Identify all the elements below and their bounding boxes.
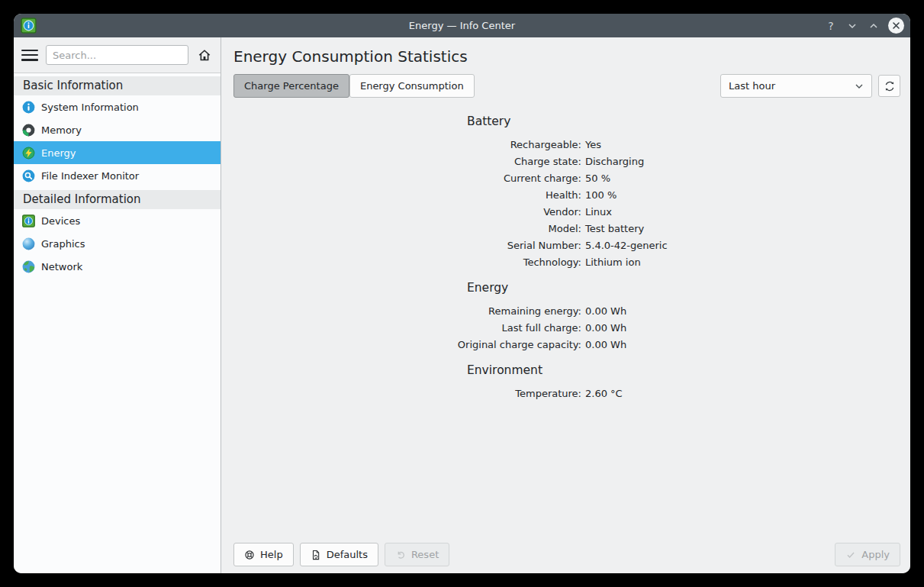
view-button-energy-consumption[interactable]: Energy Consumption [349, 74, 475, 98]
apply-button-label: Apply [861, 549, 890, 560]
home-icon [197, 47, 212, 63]
detail-value: 100 % [585, 187, 898, 204]
devices-icon [22, 214, 35, 227]
refresh-button[interactable] [878, 75, 900, 97]
detail-grid-battery: Rechargeable:YesCharge state:Discharging… [233, 137, 898, 271]
sidebar-section-header-basic-information: Basic Information [14, 76, 221, 95]
reset-button[interactable]: Reset [385, 543, 449, 566]
detail-grid-environment: Temperature:2.60 °C [233, 385, 898, 402]
window-body: Basic InformationSystem InformationMemor… [14, 37, 910, 573]
undo-icon [395, 550, 406, 560]
detail-value: 5.4.0-42-generic [585, 237, 898, 254]
sidebar-list: Basic InformationSystem InformationMemor… [14, 73, 221, 573]
chevron-up-icon [869, 23, 878, 29]
home-button[interactable] [196, 47, 213, 63]
section-title-battery: Battery [467, 114, 898, 128]
info-icon [22, 101, 35, 114]
window: Energy — Info Center ? Basic Inform [14, 14, 910, 573]
detail-label: Serial Number: [233, 237, 581, 254]
window-title: Energy — Info Center [14, 20, 910, 31]
sidebar-item-devices[interactable]: Devices [14, 209, 221, 232]
sidebar-item-label: Memory [41, 124, 82, 136]
maximize-button[interactable] [867, 19, 881, 33]
section-title-energy: Energy [467, 281, 898, 295]
detail-label: Temperature: [233, 385, 581, 402]
sidebar-item-label: Graphics [41, 238, 85, 250]
titlebar[interactable]: Energy — Info Center ? [14, 14, 910, 37]
detail-value: Yes [585, 137, 898, 153]
sidebar-item-label: File Indexer Monitor [41, 170, 139, 182]
document-revert-icon [311, 550, 321, 560]
file-indexer-icon [22, 169, 35, 182]
detail-label: Remaining energy: [233, 303, 581, 320]
help-icon [244, 550, 255, 560]
page-title: Energy Consumption Statistics [233, 47, 898, 66]
timespan-select-value: Last hour [729, 80, 775, 92]
content-toolbar: Charge PercentageEnergy Consumption Last… [233, 74, 900, 98]
close-button[interactable] [888, 18, 904, 34]
sidebar-item-energy[interactable]: Energy [14, 141, 221, 164]
sidebar-item-file-indexer-monitor[interactable]: File Indexer Monitor [14, 164, 221, 187]
close-icon [892, 21, 900, 30]
section-title-environment: Environment [467, 363, 898, 377]
reset-button-label: Reset [411, 549, 439, 560]
info-center-app-icon [21, 18, 37, 34]
defaults-button[interactable]: Defaults [300, 543, 378, 566]
view-button-charge-percentage[interactable]: Charge Percentage [233, 74, 349, 98]
help-button-label: Help [260, 549, 283, 560]
help-button[interactable]: Help [233, 543, 294, 566]
refresh-icon [884, 80, 896, 92]
detail-area: BatteryRechargeable:YesCharge state:Disc… [221, 98, 910, 543]
detail-value: 50 % [585, 170, 898, 187]
sidebar-toolbar [14, 37, 221, 73]
timespan-select[interactable]: Last hour [720, 74, 872, 98]
checkmark-icon [845, 550, 856, 560]
detail-value: Test battery [585, 221, 898, 237]
detail-label: Technology: [233, 254, 581, 271]
network-icon [22, 260, 35, 273]
sidebar-item-label: Network [41, 261, 82, 273]
detail-label: Health: [233, 187, 581, 204]
detail-label: Last full charge: [233, 320, 581, 337]
graphics-icon [22, 237, 35, 250]
detail-label: Vendor: [233, 204, 581, 221]
detail-label: Charge state: [233, 153, 581, 170]
detail-value: Lithium ion [585, 254, 898, 271]
sidebar-item-label: Devices [41, 215, 80, 227]
footer: Help Defaults Reset Apply [221, 543, 910, 573]
detail-grid-energy: Remaining energy:0.00 WhLast full charge… [233, 303, 898, 353]
sidebar-item-network[interactable]: Network [14, 255, 221, 278]
detail-value: 0.00 Wh [585, 303, 898, 320]
sidebar-item-system-information[interactable]: System Information [14, 95, 221, 118]
menu-icon[interactable] [21, 50, 38, 61]
detail-value: 2.60 °C [585, 385, 898, 402]
detail-value: Discharging [585, 153, 898, 170]
detail-value: 0.00 Wh [585, 320, 898, 337]
detail-label: Rechargeable: [233, 137, 581, 153]
sidebar-section-header-detailed-information: Detailed Information [14, 190, 221, 209]
detail-value: 0.00 Wh [585, 337, 898, 353]
main-content: Energy Consumption Statistics Charge Per… [221, 37, 910, 573]
chevron-down-icon [848, 23, 857, 29]
detail-label: Model: [233, 221, 581, 237]
search-input[interactable] [46, 45, 188, 65]
sidebar-item-label: Energy [41, 147, 76, 159]
titlebar-help-button[interactable]: ? [824, 19, 838, 33]
minimize-button[interactable] [845, 19, 859, 33]
apply-button[interactable]: Apply [835, 543, 900, 566]
titlebar-controls: ? [824, 14, 904, 37]
view-toggle-group: Charge PercentageEnergy Consumption [233, 74, 475, 98]
sidebar-item-label: System Information [41, 102, 139, 113]
sidebar-item-memory[interactable]: Memory [14, 118, 221, 141]
detail-label: Current charge: [233, 170, 581, 187]
energy-icon [22, 147, 35, 160]
defaults-button-label: Defaults [327, 549, 368, 560]
chevron-down-icon [855, 83, 864, 89]
memory-icon [22, 124, 35, 137]
sidebar: Basic InformationSystem InformationMemor… [14, 37, 221, 573]
sidebar-item-graphics[interactable]: Graphics [14, 232, 221, 255]
detail-label: Original charge capacity: [233, 337, 581, 353]
detail-value: Linux [585, 204, 898, 221]
